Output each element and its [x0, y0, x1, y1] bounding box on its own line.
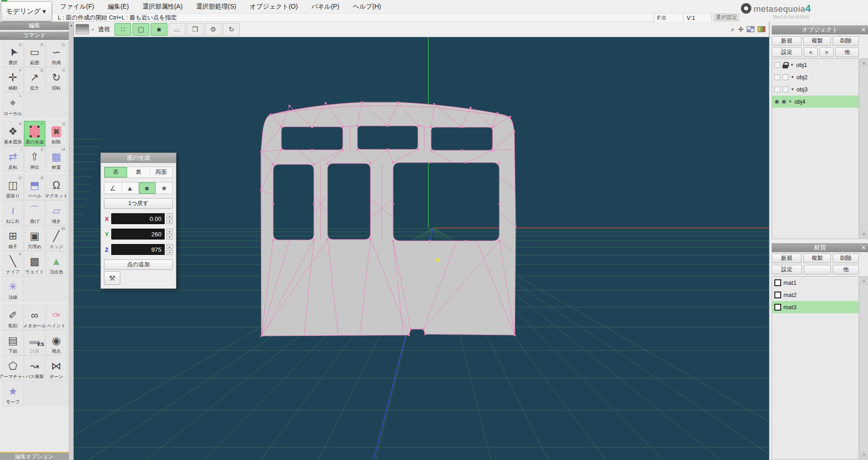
command-armature[interactable]: ⬠アーマチャー: [2, 355, 24, 381]
object-new-button[interactable]: 新規: [772, 36, 802, 46]
pan-icon[interactable]: ✛: [738, 25, 744, 34]
view-toggle-gear[interactable]: ⚙: [205, 23, 222, 36]
tab-front[interactable]: 表: [104, 167, 127, 177]
z-input[interactable]: 975: [111, 244, 165, 255]
visibility-checkbox[interactable]: [774, 86, 780, 92]
material-list-scrollbar[interactable]: ▲ ▼: [859, 276, 868, 460]
object-row-obj3[interactable]: ▼obj3: [772, 83, 859, 96]
command-lasso[interactable]: ∽投縄G: [46, 42, 67, 67]
object-panel-header[interactable]: オブジェクト ✕: [772, 25, 868, 34]
view-toggle-refresh[interactable]: ↻: [223, 23, 240, 36]
menu-item-0[interactable]: ファイル(F): [53, 3, 101, 11]
eye-icon[interactable]: ◉: [774, 99, 779, 105]
spin-up-icon[interactable]: ▲: [166, 213, 173, 218]
color-grid-icon[interactable]: [758, 26, 765, 32]
menu-item-1[interactable]: 編集(E): [101, 3, 136, 11]
expand-caret-icon[interactable]: ▼: [790, 63, 794, 67]
shading-preview-chip[interactable]: [76, 24, 89, 34]
object-row-obj4[interactable]: ◉◉▼obj4: [772, 96, 859, 108]
material-delete-button[interactable]: 削除: [833, 254, 859, 263]
command-bone[interactable]: ⋈ボーン: [46, 355, 67, 381]
command-bevel[interactable]: ⬒ベベルB: [24, 175, 45, 200]
material-row-mat3[interactable]: mat3: [772, 301, 859, 313]
object-other-button[interactable]: 他: [835, 48, 859, 57]
menu-item-4[interactable]: オブジェクト(O): [243, 3, 304, 11]
command-view[interactable]: ◉視点: [46, 330, 67, 355]
command-knife[interactable]: ╲ナイフK: [2, 251, 24, 276]
expand-caret-icon[interactable]: ▼: [791, 75, 794, 79]
menu-item-2[interactable]: 選択部属性(A): [136, 3, 190, 11]
command-panel-header[interactable]: コマンド: [0, 32, 69, 40]
command-fill-hole[interactable]: ▣穴埋め: [24, 225, 45, 251]
command-lattice[interactable]: ⊞格子: [2, 225, 24, 251]
y-input[interactable]: 260: [111, 229, 165, 240]
command-measure[interactable]: ▬計測EX: [24, 330, 45, 355]
view-toggle-rect-frame[interactable]: ▢: [133, 23, 149, 36]
view-toggle-vertex-dots[interactable]: ∷: [114, 23, 131, 36]
zoom-icon[interactable]: ⌕: [731, 25, 735, 34]
scroll-down-icon[interactable]: ▼: [860, 451, 868, 459]
layout-grid-icon[interactable]: [747, 26, 754, 32]
command-cursor[interactable]: ➤選択S: [2, 42, 24, 67]
spin-up-icon[interactable]: ▲: [166, 229, 173, 234]
command-morph[interactable]: ★モーフ: [2, 381, 24, 406]
command-delete[interactable]: ✖削除D: [46, 121, 67, 146]
material-settings-button[interactable]: 設定: [772, 265, 802, 274]
command-material[interactable]: ▦材質M: [46, 146, 67, 172]
material-row-mat2[interactable]: mat2: [772, 289, 859, 301]
object-prev-button[interactable]: <: [804, 48, 818, 57]
command-move[interactable]: ✛移動V: [2, 67, 24, 92]
toolbar-collapse-icon[interactable]: ▲: [91, 27, 95, 31]
material-blank-button[interactable]: [804, 265, 831, 274]
scroll-up-icon[interactable]: ▲: [860, 59, 868, 67]
object-duplicate-button[interactable]: 複製: [803, 36, 831, 46]
tab-both[interactable]: 両面: [150, 167, 172, 177]
spin-down-icon[interactable]: ▼: [166, 235, 173, 240]
undo-one-button[interactable]: 1つ戻す: [104, 198, 173, 209]
command-path-clone[interactable]: ↝パス複製: [24, 355, 45, 381]
expand-caret-icon[interactable]: ▼: [791, 87, 794, 91]
selection-lock-button[interactable]: 選択固定: [714, 14, 739, 21]
eye-icon[interactable]: ◉: [781, 99, 786, 105]
view-toggle-fill-square[interactable]: ■: [151, 23, 167, 36]
panel-collapse-strip[interactable]: ▲: [69, 22, 74, 460]
material-panel-header[interactable]: 材質 ✕: [772, 243, 868, 252]
visibility-checkbox[interactable]: [774, 74, 780, 80]
close-icon[interactable]: ✕: [861, 27, 866, 33]
perspective-label[interactable]: 透視: [98, 25, 110, 34]
material-swatch[interactable]: [774, 292, 781, 298]
object-next-button[interactable]: >: [820, 48, 834, 57]
angle-mode-icon[interactable]: ∠: [104, 182, 122, 194]
command-normal[interactable]: ✳法線: [2, 276, 24, 302]
menu-item-5[interactable]: パネル(P): [304, 3, 346, 11]
star-mode-icon[interactable]: ★: [156, 182, 172, 194]
lock-icon[interactable]: [783, 62, 788, 68]
visibility-checkbox[interactable]: [783, 74, 788, 80]
close-icon[interactable]: ✕: [861, 244, 866, 251]
view-toggle-wire-cube[interactable]: ❒: [187, 23, 204, 36]
object-row-obj2[interactable]: ▼obj2: [772, 71, 859, 83]
visibility-checkbox[interactable]: [783, 86, 788, 92]
x-input[interactable]: 0.00: [111, 213, 165, 224]
command-bend[interactable]: ⌒曲げ: [24, 200, 45, 225]
view-toggle-rounded-shape[interactable]: ⌓: [169, 23, 185, 36]
material-swatch[interactable]: [774, 279, 781, 286]
add-point-button[interactable]: 点の追加: [104, 259, 173, 270]
object-delete-button[interactable]: 削除: [833, 36, 859, 46]
command-local[interactable]: ⌖ローカルL: [2, 92, 24, 118]
menu-item-6[interactable]: ヘルプ(H): [346, 3, 388, 11]
triangle-mode-icon[interactable]: ▲: [122, 182, 139, 194]
quad-mode-icon[interactable]: ■: [139, 182, 156, 194]
command-metaball[interactable]: ∞メタボール: [24, 305, 45, 330]
material-other-button[interactable]: 他: [833, 265, 859, 274]
settings-wrench-button[interactable]: ⚒: [104, 271, 120, 285]
expand-caret-icon[interactable]: ▼: [788, 100, 792, 104]
command-bridge[interactable]: ◫面張りH: [2, 175, 24, 200]
command-magnet[interactable]: Ωマグネット: [46, 175, 67, 200]
scroll-up-icon[interactable]: ▲: [860, 277, 868, 285]
command-rotate[interactable]: ↻回転C: [46, 67, 67, 92]
material-swatch[interactable]: [774, 304, 781, 311]
command-rect-select[interactable]: ▭範囲R: [24, 42, 45, 67]
edit-panel-header[interactable]: 編集: [0, 22, 69, 30]
command-scale[interactable]: ↗拡大Q: [24, 67, 45, 92]
